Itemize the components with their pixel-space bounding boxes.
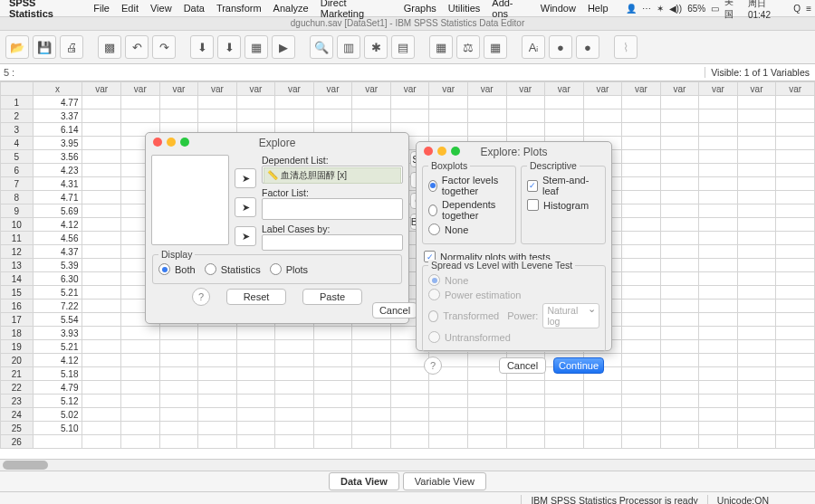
explore-help-icon[interactable]: ? xyxy=(192,288,210,306)
goto-var-icon[interactable]: ⬇ xyxy=(217,35,241,59)
cell-indicator: 5 : xyxy=(0,67,18,78)
recall-icon[interactable]: ▩ xyxy=(98,35,121,59)
continue-button[interactable]: Continue xyxy=(553,357,604,374)
status-user-icon[interactable]: 👤 xyxy=(626,4,637,14)
display-legend: Display xyxy=(158,249,195,260)
status-bar: IBM SPSS Statistics Processor is ready U… xyxy=(0,491,815,504)
dependent-item[interactable]: 📏 血清总胆固醇 [x] xyxy=(264,167,401,184)
goto-case-icon[interactable]: ⬇ xyxy=(190,35,214,59)
print-icon[interactable]: 🖨 xyxy=(60,35,83,59)
dependent-list[interactable]: 📏 血清总胆固醇 [x] xyxy=(262,166,403,184)
status-time[interactable]: 周日01:42 xyxy=(748,0,788,20)
redo-icon[interactable]: ↷ xyxy=(152,35,176,59)
bp-none-radio[interactable]: None xyxy=(428,223,510,235)
bp-dependents-radio[interactable]: Dependents together xyxy=(428,199,510,221)
status-battery-icon: ▭ xyxy=(711,4,719,14)
cell-value-input[interactable] xyxy=(18,65,705,80)
sp-power-radio: Power estimation xyxy=(428,289,599,300)
use-sets-icon[interactable]: ⚖ xyxy=(456,35,480,59)
spellcheck-icon[interactable]: Aᵢ xyxy=(522,35,545,59)
menu-edit[interactable]: Edit xyxy=(121,3,139,14)
unicode-status: Unicode:ON xyxy=(707,495,778,504)
label-cases-label: Label Cases by: xyxy=(262,223,403,234)
mic-icon[interactable]: ⌇ xyxy=(614,35,638,59)
processor-status: IBM SPSS Statistics Processor is ready xyxy=(521,495,706,504)
menu-help[interactable]: Help xyxy=(588,3,609,14)
reset-button[interactable]: Reset xyxy=(226,289,286,305)
menu-graphs[interactable]: Graphs xyxy=(404,3,436,14)
open-icon[interactable]: 📂 xyxy=(5,35,29,59)
value-labels-icon[interactable]: ▦ xyxy=(429,35,453,59)
explore-dialog: Explore ➤ ➤ ➤ Dependent List: 📏 血清总胆固醇 [… xyxy=(145,132,409,324)
spread-legend: Spread vs Level with Levene Test xyxy=(428,260,575,271)
view-tabs: Data View Variable View xyxy=(0,471,815,491)
status-country[interactable]: 美国 xyxy=(724,0,743,21)
move-dependent-arrow-icon[interactable]: ➤ xyxy=(235,168,256,188)
factor-list-label: Factor List: xyxy=(262,187,403,198)
menu-addons[interactable]: Add-ons xyxy=(492,0,528,19)
variables-icon[interactable]: ▦ xyxy=(244,35,268,59)
visible-vars-label: Visible: 1 of 1 Variables xyxy=(705,67,815,78)
bp-factor-radio[interactable]: Factor levels together xyxy=(428,175,510,196)
plots-cancel-button[interactable]: Cancel xyxy=(499,357,546,374)
source-var-list[interactable] xyxy=(151,155,229,245)
move-factor-arrow-icon[interactable]: ➤ xyxy=(235,197,256,217)
customize-icon[interactable]: ● xyxy=(549,35,572,59)
label-cases-list[interactable] xyxy=(262,234,403,251)
mac-menubar: SPSS Statistics File Edit View Data Tran… xyxy=(0,0,815,17)
spotlight-icon[interactable]: Q xyxy=(793,4,801,14)
sp-none-radio: None xyxy=(428,274,599,286)
expression-bar: 5 : Visible: 1 of 1 Variables xyxy=(0,64,815,81)
factor-list[interactable] xyxy=(262,198,403,220)
menu-window[interactable]: Window xyxy=(541,3,576,14)
menu-view[interactable]: View xyxy=(150,3,172,14)
explore-plots-dialog: Explore: Plots Boxplots Factor levels to… xyxy=(416,141,612,351)
descriptive-legend: Descriptive xyxy=(527,160,580,171)
menu-direct-marketing[interactable]: Direct Marketing xyxy=(321,0,392,19)
menu-file[interactable]: File xyxy=(93,3,110,14)
display-both-radio[interactable]: Both xyxy=(158,263,196,275)
select-cases-icon[interactable]: ▤ xyxy=(391,35,415,59)
customize2-icon[interactable]: ● xyxy=(576,35,599,59)
weight-icon[interactable]: ✱ xyxy=(364,35,388,59)
status-wifi-icon[interactable]: ✶ xyxy=(657,4,664,14)
menu-analyze[interactable]: Analyze xyxy=(273,3,309,14)
menu-extra-icon[interactable]: ≡ xyxy=(806,4,811,14)
data-grid-area: xvarvarvarvarvarvarvarvarvarvarvarvarvar… xyxy=(0,81,815,471)
status-volume-icon[interactable]: ◀)) xyxy=(669,4,683,14)
stem-leaf-check[interactable]: Stem-and-leaf xyxy=(527,175,599,196)
main-toolbar: 📂 💾 🖨 ▩ ↶ ↷ ⬇ ⬇ ▦ ▶ 🔍 ▥ ✱ ▤ ▦ ⚖ ▦ Aᵢ ● ●… xyxy=(0,31,815,64)
window-titlebar: dguchun.sav [DataSet1] - IBM SPSS Statis… xyxy=(0,17,815,31)
power-select: Natural log xyxy=(542,303,599,328)
status-bluetooth-icon[interactable]: ⋯ xyxy=(642,4,651,14)
paste-button[interactable]: Paste xyxy=(302,289,362,305)
plots-traffic-lights[interactable] xyxy=(424,147,460,156)
explore-traffic-lights[interactable] xyxy=(153,138,189,147)
data-view-tab[interactable]: Data View xyxy=(329,472,399,490)
plots-help-icon[interactable]: ? xyxy=(424,357,442,375)
menu-utilities[interactable]: Utilities xyxy=(448,3,480,14)
undo-icon[interactable]: ↶ xyxy=(125,35,149,59)
find-icon[interactable]: 🔍 xyxy=(310,35,333,59)
status-battery[interactable]: 65% xyxy=(687,4,705,14)
sp-transformed-radio: Transformed Power: Natural log xyxy=(428,303,599,328)
show-all-icon[interactable]: ▦ xyxy=(484,35,507,59)
histogram-check[interactable]: Histogram xyxy=(527,199,599,211)
menu-transform[interactable]: Transform xyxy=(216,3,262,14)
display-plots-radio[interactable]: Plots xyxy=(270,263,308,275)
explore-cancel-button[interactable]: Cancel xyxy=(372,302,417,319)
dependent-list-label: Dependent List: xyxy=(262,155,403,166)
save-icon[interactable]: 💾 xyxy=(33,35,56,59)
boxplots-legend: Boxplots xyxy=(428,160,470,171)
sp-untransformed-radio: Untransformed xyxy=(428,331,599,343)
move-label-arrow-icon[interactable]: ➤ xyxy=(235,226,256,246)
display-statistics-radio[interactable]: Statistics xyxy=(205,263,261,275)
app-menu[interactable]: SPSS Statistics xyxy=(9,0,82,19)
variable-view-tab[interactable]: Variable View xyxy=(403,472,486,490)
run-icon[interactable]: ▶ xyxy=(272,35,295,59)
menu-data[interactable]: Data xyxy=(184,3,205,14)
horizontal-scrollbar[interactable] xyxy=(0,459,815,471)
split-icon[interactable]: ▥ xyxy=(337,35,360,59)
